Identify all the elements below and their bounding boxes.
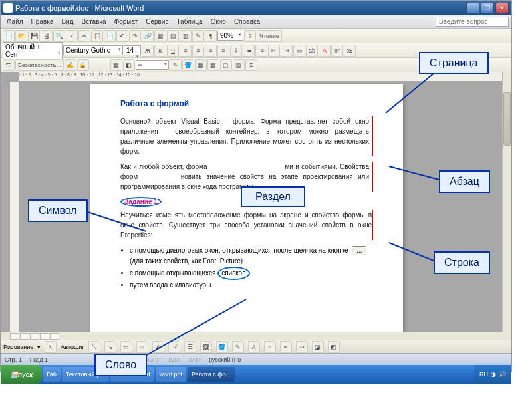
help-icon[interactable]: ? <box>244 30 256 42</box>
print-view-icon[interactable] <box>30 333 39 340</box>
taskbar-item[interactable]: word.ppt <box>156 367 187 382</box>
underline-icon[interactable]: Ч <box>167 45 179 57</box>
zoom-select[interactable]: 90% <box>217 31 243 41</box>
eraser-icon[interactable]: ◧ <box>123 59 135 71</box>
read-button[interactable]: Чтение <box>257 30 282 42</box>
line-tool-icon[interactable]: ＼ <box>88 341 100 353</box>
menu-window[interactable]: Окно <box>207 17 229 27</box>
highlight-icon[interactable]: ab <box>306 45 318 57</box>
pen-color-icon[interactable]: ✎ <box>170 59 182 71</box>
cut-icon[interactable]: ✂ <box>78 30 90 42</box>
distribute-icon[interactable]: ▥ <box>233 59 245 71</box>
menu-format[interactable]: Формат <box>111 17 142 27</box>
autoshapes-menu[interactable]: Автофиг <box>61 344 84 350</box>
help-question-input[interactable] <box>436 17 509 27</box>
start-button[interactable]: 🪟 пуск <box>1 365 42 384</box>
font-color-draw-icon[interactable]: A <box>248 341 260 353</box>
subscript-icon[interactable]: x₂ <box>344 45 356 57</box>
outline-view-icon[interactable] <box>40 333 49 340</box>
style-select[interactable]: Обычный + Cen <box>3 42 63 59</box>
normal-view-icon[interactable] <box>10 333 19 340</box>
menu-insert[interactable]: Вставка <box>78 17 109 27</box>
line-spacing-icon[interactable]: ‡ <box>230 45 242 57</box>
columns-icon[interactable]: ▥ <box>180 30 192 42</box>
oval-tool-icon[interactable]: ○ <box>136 341 148 353</box>
size-select[interactable]: 14 <box>124 45 141 55</box>
menu-help[interactable]: Справка <box>231 17 263 27</box>
shadow-icon[interactable]: ◪ <box>312 341 324 353</box>
numbered-list-icon[interactable]: ≔ <box>243 45 255 57</box>
line-color-icon[interactable]: ✎ <box>232 341 244 353</box>
print-icon[interactable]: 🖨 <box>41 30 53 42</box>
new-icon[interactable]: 📄 <box>3 30 15 42</box>
fill-color-icon[interactable]: 🪣 <box>216 341 228 353</box>
paste-icon[interactable]: 📄 <box>104 30 116 42</box>
dash-icon[interactable]: ┅ <box>280 341 292 353</box>
outdent-icon[interactable]: ⇤ <box>268 45 280 57</box>
arrow-tool-icon[interactable]: ↘ <box>104 341 116 353</box>
menu-view[interactable]: Вид <box>58 17 76 27</box>
close-button[interactable]: ✕ <box>495 3 509 13</box>
align-cell-icon[interactable]: ▢ <box>220 59 232 71</box>
vertical-ruler[interactable] <box>10 82 19 332</box>
indent-icon[interactable]: ⇥ <box>281 45 293 57</box>
clipart-icon[interactable]: 🖼 <box>200 341 212 353</box>
taskbar-item[interactable]: Габ <box>43 367 61 382</box>
tray-lang[interactable]: RU <box>479 371 488 378</box>
lock-icon[interactable]: 🔒 <box>77 59 89 71</box>
arrow-style-icon[interactable]: ⇢ <box>296 341 308 353</box>
tables-border-icon[interactable]: ▦ <box>110 59 122 71</box>
reading-view-icon[interactable] <box>50 333 59 340</box>
superscript-icon[interactable]: x² <box>331 45 343 57</box>
tray-icon[interactable]: ◑ <box>491 371 496 378</box>
copy-icon[interactable]: 📋 <box>91 30 103 42</box>
select-icon[interactable]: ↖ <box>45 341 57 353</box>
italic-icon[interactable]: К <box>154 45 166 57</box>
security-button[interactable]: Безопасность... <box>15 59 64 71</box>
rect-tool-icon[interactable]: ▭ <box>120 341 132 353</box>
font-select[interactable]: Century Gothic <box>63 45 123 55</box>
split-icon[interactable]: ▦ <box>207 59 219 71</box>
maximize-button[interactable]: ❐ <box>481 3 494 13</box>
wordart-icon[interactable]: 𝒜 <box>168 341 180 353</box>
document-page[interactable]: Работа с формой Основной объект Visual B… <box>90 84 403 332</box>
minimize-button[interactable]: _ <box>466 3 479 13</box>
menu-table[interactable]: Таблица <box>173 17 205 27</box>
save-icon[interactable]: 💾 <box>28 30 40 42</box>
drawing-menu[interactable]: Рисование <box>3 344 33 350</box>
preview-icon[interactable]: 🔍 <box>53 30 65 42</box>
align-center-icon[interactable]: ≡ <box>192 45 204 57</box>
excel-icon[interactable]: ▤ <box>167 30 179 42</box>
font-color-icon[interactable]: A <box>319 45 331 57</box>
redo-icon[interactable]: ↷ <box>129 30 141 42</box>
autosum-icon[interactable]: Σ <box>245 59 257 71</box>
menu-edit[interactable]: Правка <box>28 17 57 27</box>
merge-icon[interactable]: ▦ <box>195 59 207 71</box>
3d-icon[interactable]: ◩ <box>328 341 340 353</box>
system-tray[interactable]: RU ◑ 🔊 <box>474 365 511 384</box>
map-icon[interactable]: ¶ <box>205 30 217 42</box>
bullet-list-icon[interactable]: ∙≡ <box>255 45 267 57</box>
align-right-icon[interactable]: ≡ <box>205 45 217 57</box>
borders-icon[interactable]: ▭ <box>293 45 305 57</box>
tray-icon[interactable]: 🔊 <box>499 371 506 378</box>
diagram-icon[interactable]: ☰ <box>184 341 196 353</box>
line-style-select[interactable]: ━ <box>136 60 169 70</box>
align-left-icon[interactable]: ≡ <box>180 45 192 57</box>
line-weight-icon[interactable]: ≡ <box>264 341 276 353</box>
drawing-icon[interactable]: ✎ <box>192 30 204 42</box>
web-view-icon[interactable] <box>20 333 29 340</box>
spell-icon[interactable]: ✓ <box>66 30 78 42</box>
table-icon[interactable]: ▦ <box>154 30 166 42</box>
menu-file[interactable]: Файл <box>3 17 27 27</box>
bold-icon[interactable]: Ж <box>142 45 154 57</box>
vertical-scrollbar[interactable] <box>502 72 511 332</box>
textbox-tool-icon[interactable]: A <box>152 341 164 353</box>
scrollbar-thumb[interactable] <box>503 92 511 146</box>
undo-icon[interactable]: ↶ <box>116 30 128 42</box>
sign-icon[interactable]: ✍ <box>65 59 76 71</box>
menu-service[interactable]: Сервис <box>142 17 172 27</box>
fill-icon[interactable]: 🪣 <box>182 59 194 71</box>
link-icon[interactable]: 🔗 <box>142 30 154 42</box>
open-icon[interactable]: 📂 <box>15 30 27 42</box>
